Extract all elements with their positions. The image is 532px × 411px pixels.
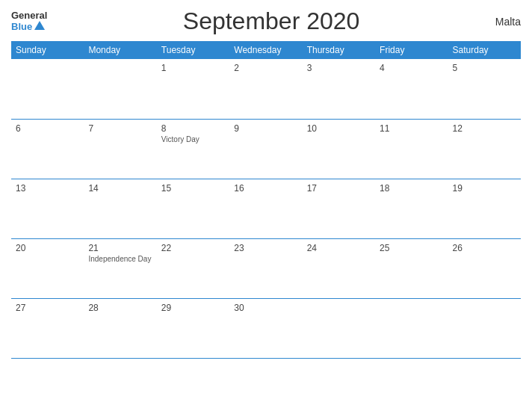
day-cell: 27	[11, 298, 84, 358]
day-cell	[448, 298, 521, 358]
col-saturday: Saturday	[448, 41, 521, 59]
day-cell: 21Independence Day	[84, 238, 156, 298]
calendar-container: General Blue September 2020 Malta Sunday…	[0, 0, 532, 411]
day-number: 10	[307, 123, 371, 134]
day-cell	[375, 298, 448, 358]
day-cell: 11	[375, 119, 448, 179]
logo-general-text: General	[11, 10, 47, 20]
col-thursday: Thursday	[303, 41, 375, 59]
day-number: 22	[161, 243, 225, 253]
day-number: 12	[453, 123, 516, 134]
day-number: 13	[16, 183, 79, 194]
calendar-title: September 2020	[183, 7, 360, 35]
day-number: 9	[234, 123, 297, 134]
day-cell: 25	[375, 238, 448, 298]
day-number: 7	[88, 123, 152, 134]
logo: General Blue	[11, 10, 47, 32]
day-cell	[11, 59, 84, 119]
col-sunday: Sunday	[11, 41, 84, 59]
calendar-body: 12345678Victory Day910111213141516171819…	[11, 59, 521, 358]
day-cell: 20	[11, 238, 84, 298]
day-cell: 17	[303, 179, 375, 238]
col-wednesday: Wednesday	[229, 41, 302, 59]
day-number: 24	[307, 243, 371, 253]
day-number: 23	[234, 243, 297, 253]
day-cell	[303, 298, 375, 358]
day-cell: 19	[448, 179, 521, 238]
day-cell: 1	[157, 59, 229, 119]
day-cell: 4	[375, 59, 448, 119]
col-monday: Monday	[84, 41, 156, 59]
day-cell: 3	[303, 59, 375, 119]
week-row-3: 2021Independence Day2223242526	[11, 238, 521, 298]
holiday-name: Independence Day	[88, 255, 152, 263]
day-cell: 24	[303, 238, 375, 298]
day-cell: 5	[448, 59, 521, 119]
day-number: 1	[161, 63, 225, 73]
col-friday: Friday	[375, 41, 448, 59]
day-number: 18	[380, 183, 443, 194]
day-cell: 29	[157, 298, 229, 358]
day-cell: 14	[84, 179, 156, 238]
day-number: 27	[16, 303, 79, 313]
day-number: 6	[16, 123, 79, 134]
day-number: 26	[453, 243, 516, 253]
day-number: 8	[161, 123, 225, 134]
day-cell: 10	[303, 119, 375, 179]
day-cell: 22	[157, 238, 229, 298]
day-cell: 30	[229, 298, 302, 358]
day-cell: 2	[229, 59, 302, 119]
svg-marker-0	[34, 21, 45, 30]
day-number: 16	[234, 183, 297, 194]
day-number: 14	[88, 183, 152, 194]
day-number: 21	[88, 243, 152, 253]
day-cell: 16	[229, 179, 302, 238]
day-cell: 8Victory Day	[157, 119, 229, 179]
day-number: 25	[380, 243, 443, 253]
country-label: Malta	[495, 16, 521, 28]
day-number: 20	[16, 243, 79, 253]
day-cell: 18	[375, 179, 448, 238]
day-cell: 28	[84, 298, 156, 358]
week-row-1: 678Victory Day9101112	[11, 119, 521, 179]
logo-blue-text: Blue	[11, 22, 32, 31]
week-row-0: 12345	[11, 59, 521, 119]
day-number: 3	[307, 63, 371, 73]
week-row-4: 27282930	[11, 298, 521, 358]
calendar-header: General Blue September 2020 Malta	[11, 7, 521, 35]
day-cell: 13	[11, 179, 84, 238]
day-number: 2	[234, 63, 297, 73]
week-row-2: 13141516171819	[11, 179, 521, 238]
day-cell: 9	[229, 119, 302, 179]
day-cell: 7	[84, 119, 156, 179]
day-number: 17	[307, 183, 371, 194]
calendar-header-row: Sunday Monday Tuesday Wednesday Thursday…	[11, 41, 521, 59]
day-cell	[84, 59, 156, 119]
day-number: 4	[380, 63, 443, 73]
day-number: 29	[161, 303, 225, 313]
day-number: 19	[453, 183, 516, 194]
day-cell: 23	[229, 238, 302, 298]
day-cell: 12	[448, 119, 521, 179]
day-number: 5	[453, 63, 516, 73]
holiday-name: Victory Day	[161, 135, 225, 143]
logo-triangle-icon	[34, 21, 45, 30]
col-tuesday: Tuesday	[157, 41, 229, 59]
day-number: 11	[380, 123, 443, 134]
day-cell: 6	[11, 119, 84, 179]
day-number: 15	[161, 183, 225, 194]
day-cell: 15	[157, 179, 229, 238]
calendar-table: Sunday Monday Tuesday Wednesday Thursday…	[11, 41, 521, 359]
day-number: 30	[234, 303, 297, 313]
day-number: 28	[88, 303, 152, 313]
day-cell: 26	[448, 238, 521, 298]
